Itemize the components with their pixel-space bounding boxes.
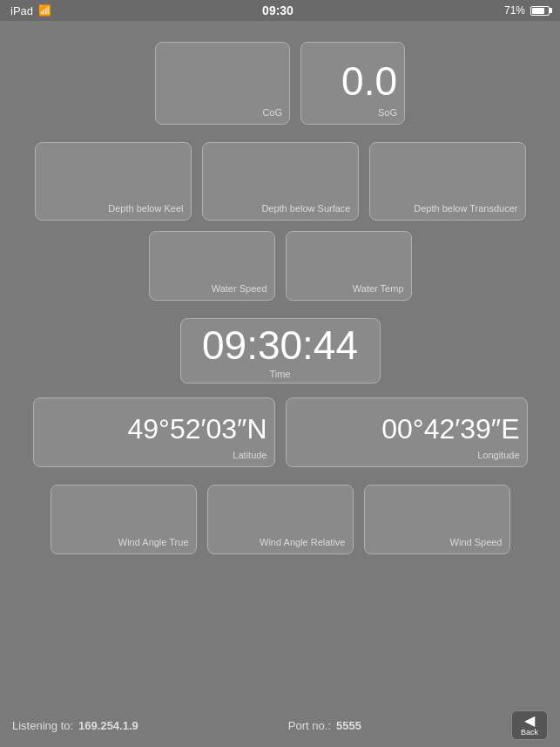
depth-surface-label: Depth below Surface (261, 203, 350, 214)
port-value: 5555 (336, 719, 361, 732)
sog-label: SoG (378, 107, 397, 119)
longitude-label: Longitude (477, 450, 519, 461)
battery-icon (530, 6, 550, 16)
time-box: 09:30:44 Time (180, 318, 381, 384)
carrier-label: iPad (10, 4, 33, 17)
row-wind: Wind Angle True Wind Angle Relative Wind… (17, 485, 543, 554)
cog-box: CoG (155, 42, 290, 125)
row-depth: Depth below Keel Depth below Surface Dep… (17, 142, 543, 221)
water-temp-box: Water Temp (286, 231, 412, 301)
status-time: 09:30 (262, 3, 293, 17)
sog-box: 0.0 SoG (300, 42, 405, 125)
water-temp-label: Water Temp (353, 283, 404, 295)
wind-angle-relative-box: Wind Angle Relative (207, 485, 354, 554)
longitude-value: 00°42′39″E (381, 413, 519, 445)
cog-label: CoG (262, 107, 282, 119)
latitude-label: Latitude (233, 450, 267, 461)
row-water: Water Speed Water Temp (17, 231, 543, 301)
listening-label: Listening to: (12, 719, 73, 732)
row-cog-sog: CoG 0.0 SoG (17, 42, 543, 125)
sog-value: 0.0 (341, 58, 397, 105)
wind-speed-label: Wind Speed (450, 537, 503, 548)
water-speed-box: Water Speed (149, 231, 275, 301)
back-arrow-icon: ◀ (524, 714, 535, 728)
footer-port: Port no.: 5555 (288, 719, 361, 732)
wind-angle-relative-label: Wind Angle Relative (260, 537, 345, 548)
footer: Listening to: 169.254.1.9 Port no.: 5555… (0, 703, 560, 747)
main-content: CoG 0.0 SoG Depth below Keel Depth below… (0, 21, 560, 574)
wind-speed-box: Wind Speed (364, 485, 510, 554)
footer-listening: Listening to: 169.254.1.9 (12, 719, 138, 732)
battery-fill (532, 8, 544, 14)
battery-percent: 71% (504, 4, 525, 17)
time-label: Time (269, 369, 290, 380)
port-label: Port no.: (288, 719, 331, 732)
latitude-box: 49°52′03″N Latitude (33, 397, 275, 467)
depth-transducer-box: Depth below Transducer (369, 142, 526, 221)
back-label: Back (521, 728, 538, 737)
row-latlon: 49°52′03″N Latitude 00°42′39″E Longitude (17, 397, 543, 467)
row-time: 09:30:44 Time (17, 318, 543, 384)
back-button[interactable]: ◀ Back (511, 710, 548, 740)
water-speed-label: Water Speed (212, 283, 267, 295)
wind-angle-true-box: Wind Angle True (51, 485, 197, 554)
time-value: 09:30:44 (202, 322, 358, 369)
depth-surface-box: Depth below Surface (202, 142, 359, 221)
status-bar: iPad 📶 09:30 71% (0, 0, 560, 21)
status-left: iPad 📶 (10, 4, 51, 17)
depth-keel-box: Depth below Keel (35, 142, 192, 221)
wind-angle-true-label: Wind Angle True (118, 537, 189, 548)
listening-value: 169.254.1.9 (78, 719, 138, 732)
longitude-box: 00°42′39″E Longitude (286, 397, 528, 467)
status-right: 71% (504, 4, 550, 17)
time-inner: 09:30:44 Time (188, 324, 373, 377)
depth-transducer-label: Depth below Transducer (414, 203, 517, 214)
latitude-value: 49°52′03″N (127, 413, 267, 445)
depth-keel-label: Depth below Keel (108, 203, 183, 214)
wifi-icon: 📶 (38, 4, 51, 17)
